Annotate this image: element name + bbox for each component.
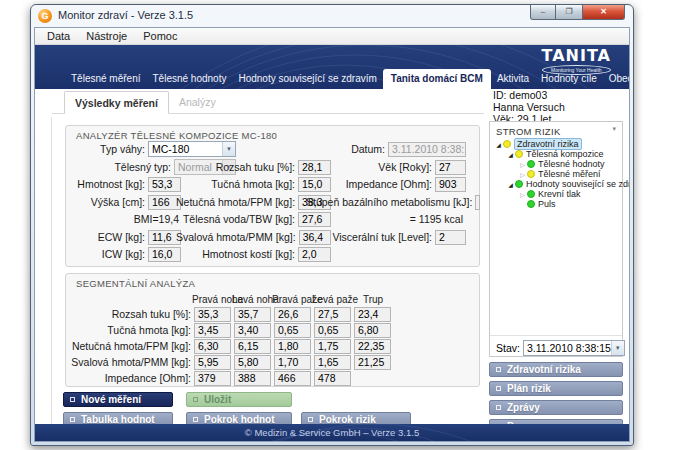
tab-telesne-hodnoty[interactable]: Tělesné hodnoty xyxy=(146,69,232,89)
tab-telesne-mereni[interactable]: Tělesné měření xyxy=(65,69,146,89)
segment-value: 35,7 xyxy=(234,307,271,322)
field-date: Datum: 3.11.2010 8:38:15 xyxy=(306,141,466,157)
minimize-icon: – xyxy=(541,7,545,16)
field-bone: Hmotnost kostí [kg]: 2,0 xyxy=(176,246,331,262)
button-bullet-icon xyxy=(70,417,75,422)
status-ok-icon xyxy=(527,160,535,168)
stav-label: Stav: xyxy=(496,342,523,354)
button-bullet-icon xyxy=(496,405,501,410)
tree-node-label[interactable]: Tělesná kompozice xyxy=(526,149,604,159)
menu-data[interactable]: Data xyxy=(39,28,78,44)
tree-expanded-icon[interactable]: ◢ xyxy=(506,181,515,188)
field-age: Věk [Roky]: 27 xyxy=(306,159,466,175)
segment-value: 1,65 xyxy=(314,355,351,370)
segment-value: 35,3 xyxy=(194,307,231,322)
tree-node-krevni-tlak[interactable]: ▷ Krevní tlak xyxy=(494,189,581,199)
field-icw: ICW [kg]: 16,0 xyxy=(68,246,181,262)
tab-tanita-domaci-bcm[interactable]: Tanita domácí BCM xyxy=(383,69,491,89)
tanita-logo-text: TANITA xyxy=(542,48,611,64)
button-bullet-icon xyxy=(193,397,198,402)
segment-row-label: Rozsah tuku [%]: xyxy=(66,308,191,320)
dropdown-arrow-icon[interactable]: ▼ xyxy=(611,341,624,355)
tree-node-telesne-hodnoty[interactable]: ▷ Tělesné hodnoty xyxy=(494,159,605,169)
button-bullet-icon xyxy=(70,397,75,402)
subtab-vysledky-mereni[interactable]: Výsledky měření xyxy=(64,91,169,114)
scale-type-dropdown[interactable]: MC-180 ▼ xyxy=(148,141,236,157)
fat-mass-label: Tučná hmota [kg]: xyxy=(176,178,298,190)
segment-value: 3,40 xyxy=(234,323,271,338)
reports-button[interactable]: Zprávy xyxy=(489,400,623,415)
segment-value: 0,65 xyxy=(314,323,351,338)
tree-node-puls[interactable]: Puls xyxy=(494,199,556,209)
status-ok-icon xyxy=(515,180,523,188)
tab-hodnoty-cile[interactable]: Hodnoty cíle xyxy=(535,69,603,89)
tree-node-zdravotni-rizika[interactable]: ◢ Zdravotní rizika xyxy=(494,139,582,149)
minimize-button[interactable]: – xyxy=(530,5,556,20)
tree-node-label[interactable]: Puls xyxy=(538,199,556,209)
dropdown-arrow-icon[interactable]: ▼ xyxy=(222,142,235,156)
field-height: Výška [cm]: 166 xyxy=(68,194,181,210)
tree-node-label[interactable]: Tělesné hodnoty xyxy=(538,159,605,169)
age-label: Věk [Roky]: xyxy=(306,161,435,173)
segment-value: 22,35 xyxy=(354,339,391,354)
tbw-label: Tělesná voda/TBW [kg]: xyxy=(176,213,298,225)
segment-row-label: Tučná hmota [kg]: xyxy=(66,324,191,336)
age-value: 27 xyxy=(435,160,466,175)
tree-node-telesne-mereni[interactable]: ▷ Tělesné měření xyxy=(494,169,601,179)
maximize-icon: ❐ xyxy=(565,7,572,16)
tree-expanded-icon[interactable]: ◢ xyxy=(494,141,503,148)
segmental-panel-title: SEGMENTÁLNÍ ANALÝZA xyxy=(76,278,195,289)
tree-node-label[interactable]: Krevní tlak xyxy=(538,189,581,199)
subtab-analyzy[interactable]: Analýzy xyxy=(169,91,226,113)
segment-value: 466 xyxy=(274,371,311,386)
tree-collapsed-icon[interactable]: ▷ xyxy=(518,171,527,178)
tree-node-label[interactable]: Hodnoty související se zdravím xyxy=(526,179,630,189)
health-risks-button[interactable]: Zdravotní rizika xyxy=(489,362,623,377)
main-tab-bar: Tělesné měření Tělesné hodnoty Hodnoty s… xyxy=(65,69,629,89)
segment-value: 478 xyxy=(314,371,351,386)
icw-label: ICW [kg]: xyxy=(68,248,148,260)
bone-value: 2,0 xyxy=(298,247,331,262)
segment-value: 3,45 xyxy=(194,323,231,338)
weight-label: Hmotnost [kg]: xyxy=(68,178,148,190)
new-measurement-button[interactable]: Nové měření xyxy=(63,392,173,407)
title-bar[interactable]: G Monitor zdraví - Verze 3.1.5 – ❐ ✕ xyxy=(31,5,633,27)
segment-value: 26,6 xyxy=(274,307,311,322)
tree-collapsed-icon[interactable]: ▷ xyxy=(518,191,527,198)
tab-obecne[interactable]: Obecné xyxy=(603,69,629,89)
save-button[interactable]: Uložit xyxy=(186,392,292,407)
segment-column-leva-paze: Levá paže xyxy=(312,294,354,305)
footer-bar: © Medizin & Service GmbH – Verze 3.1.5 xyxy=(35,424,629,441)
stav-dropdown[interactable]: 3.11.2010 8:38:15 ▼ xyxy=(523,340,625,356)
ffm-label: Netučná hmota/FPM [kg]: xyxy=(176,196,298,208)
new-measurement-button-label: Nové měření xyxy=(81,394,141,405)
menu-pomoc[interactable]: Pomoc xyxy=(135,28,185,44)
segment-value: 21,25 xyxy=(354,355,391,370)
tree-node-hodnoty-souvisejici[interactable]: ◢ Hodnoty související se zdravím xyxy=(494,179,630,189)
panel-collapse-icon[interactable]: ▾ xyxy=(612,125,616,133)
tab-hodnoty-souvisejici[interactable]: Hodnoty související se zdravím xyxy=(232,69,382,89)
subtab-bar: Výsledky měření Analýzy xyxy=(52,91,484,114)
tree-collapsed-icon[interactable]: ▷ xyxy=(518,161,527,168)
maximize-button[interactable]: ❐ xyxy=(556,5,583,20)
segment-row-label: Svalová hmota/PMM [kg]: xyxy=(66,356,191,368)
body-type-label: Tělesný typ: xyxy=(68,161,174,173)
reports-button-label: Zprávy xyxy=(507,402,540,413)
close-button[interactable]: ✕ xyxy=(583,5,625,20)
bmr-value: 5004 xyxy=(475,195,480,210)
window-title: Monitor zdraví - Verze 3.1.5 xyxy=(58,9,193,21)
segment-value: 6,15 xyxy=(234,339,271,354)
tree-expanded-icon[interactable]: ◢ xyxy=(506,151,515,158)
menu-nastroje[interactable]: Nástroje xyxy=(78,28,135,44)
risk-plan-button[interactable]: Plán rizik xyxy=(489,381,623,396)
visceral-label: Viscerální tuk [Level]: xyxy=(306,231,435,243)
tree-node-telesna-kompozice[interactable]: ◢ Tělesná kompozice xyxy=(494,149,604,159)
segmental-panel: SEGMENTÁLNÍ ANALÝZA Pravá noha Levá noha… xyxy=(65,273,480,387)
field-impedance: Impedance [Ohm]: 903 xyxy=(306,176,466,192)
segment-value: 0,65 xyxy=(274,323,311,338)
content-area: Výsledky měření Analýzy ID: demo03 Hanna… xyxy=(35,89,629,424)
field-scale-type: Typ váhy: MC-180 ▼ xyxy=(68,141,236,157)
header-banner: TANITA Monitoring Your Health Tělesné mě… xyxy=(35,45,629,89)
tab-aktivita[interactable]: Aktivita xyxy=(491,69,535,89)
tree-node-label[interactable]: Tělesné měření xyxy=(538,169,601,179)
